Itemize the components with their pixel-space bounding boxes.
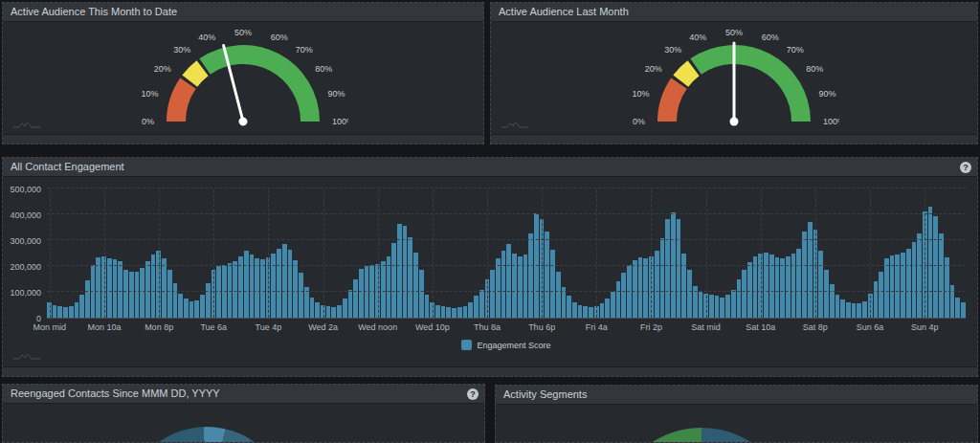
engagement-bar <box>391 243 396 318</box>
engagement-bar <box>288 250 293 318</box>
engagement-bar <box>862 301 867 318</box>
gauge-tick-label: 60% <box>271 33 288 42</box>
gauge-tick-label: 100% <box>332 117 348 126</box>
x-tick-label: Mon 8p <box>145 322 173 332</box>
h-gridline <box>47 291 966 292</box>
panel-activity-segments: Activity Segments <box>495 385 978 443</box>
engagement-bar <box>299 273 303 318</box>
v-gridline <box>651 189 652 318</box>
panel-header: Activity Segments <box>496 386 977 405</box>
engagement-bar <box>846 302 851 318</box>
v-gridline <box>268 189 269 318</box>
h-gridline <box>47 265 966 266</box>
engagement-legend[interactable]: Engagement Score <box>47 340 966 350</box>
v-gridline <box>815 189 816 318</box>
v-gridline <box>924 189 925 318</box>
engagement-bar <box>884 258 889 318</box>
engagement-plot <box>47 189 966 319</box>
engagement-bar <box>824 270 829 318</box>
engagement-bar <box>556 272 561 318</box>
gauge-tick-label: 70% <box>296 45 313 55</box>
reengaged-pie-chart <box>124 427 289 442</box>
v-gridline <box>433 189 434 318</box>
engagement-bars <box>47 189 966 318</box>
engagement-bar <box>107 258 112 318</box>
panel-header: Active Audience This Month to Date <box>3 3 483 22</box>
x-tick-label: Mon mid <box>33 322 67 332</box>
x-tick-label: Sun 4p <box>911 322 939 332</box>
engagement-bar <box>830 284 835 318</box>
engagement-bar <box>173 283 178 318</box>
panel-title: Activity Segments <box>503 388 587 400</box>
engagement-bar <box>616 281 621 318</box>
engagement-bar <box>63 307 68 318</box>
gauge-tick-label: 50% <box>234 28 252 37</box>
engagement-bar <box>463 306 468 318</box>
legend-label: Engagement Score <box>477 341 550 350</box>
engagement-bar <box>348 290 353 318</box>
y-tick-label: 400,000 <box>10 210 41 220</box>
gauge-tick-label: 40% <box>689 33 706 42</box>
engagement-bar <box>277 249 281 318</box>
panel-active-audience-mtd: Active Audience This Month to Date 0%10%… <box>2 2 484 144</box>
engagement-bar <box>343 299 347 318</box>
engagement-bar <box>167 270 172 318</box>
engagement-bar <box>605 299 610 318</box>
gauge-band <box>667 83 679 122</box>
engagement-bar <box>589 307 593 318</box>
help-icon[interactable]: ? <box>960 162 971 173</box>
gauge-tick-label: 90% <box>818 89 835 99</box>
gauge-tick-label: 50% <box>725 28 743 37</box>
engagement-bar <box>441 306 446 318</box>
engagement-bar <box>113 259 118 318</box>
x-tick-label: Sat 10a <box>746 322 775 332</box>
engagement-bar <box>353 279 358 318</box>
engagement-bar <box>474 296 479 318</box>
engagement-bar <box>912 242 917 318</box>
engagement-bar <box>331 307 336 318</box>
segments-pie-chart <box>611 428 792 442</box>
panel-title: Reengaged Contacts Since MMM DD, YYYY <box>11 388 220 399</box>
watermark-logo-icon <box>12 349 41 361</box>
engagement-bar <box>413 253 418 318</box>
engagement-x-axis: Mon midMon 10aMon 8pTue 6aTue 4pWed 2aWe… <box>47 322 966 334</box>
engagement-bar <box>457 307 462 318</box>
h-gridline <box>47 213 966 214</box>
gauge-tick-label: 80% <box>315 64 332 74</box>
v-gridline <box>378 189 379 318</box>
watermark-logo-icon <box>501 118 529 129</box>
reengaged-chart-body <box>3 404 484 442</box>
h-gridline <box>47 188 966 188</box>
engagement-bar <box>545 232 549 318</box>
engagement-bar <box>140 268 145 318</box>
engagement-bar <box>435 305 440 318</box>
engagement-bar <box>145 261 150 318</box>
gauge-mtd-body: 0%10%20%30%40%50%60%70%80%90%100% <box>3 22 483 134</box>
gauge-tick-label: 30% <box>664 45 681 55</box>
engagement-bar <box>780 258 785 318</box>
gauge-tick-label: 90% <box>327 89 345 99</box>
panel-title: Active Audience This Month to Date <box>11 6 177 17</box>
panel-active-audience-last-month: Active Audience Last Month 0%10%20%30%40… <box>490 2 978 144</box>
panel-footer <box>491 134 977 144</box>
engagement-bar <box>189 301 194 318</box>
engagement-bar <box>178 294 183 318</box>
engagement-bar <box>528 233 533 318</box>
v-gridline <box>159 189 160 318</box>
engagement-bar <box>310 298 315 318</box>
engagement-bar <box>550 250 555 318</box>
gauge-tick-label: 10% <box>633 89 650 99</box>
engagement-bar <box>96 257 100 318</box>
engagement-bar <box>315 302 320 318</box>
engagement-bar <box>699 292 703 318</box>
help-icon[interactable]: ? <box>467 388 479 400</box>
x-tick-label: Wed 10p <box>415 322 450 332</box>
engagement-bar <box>709 295 714 318</box>
segments-chart-body <box>496 405 977 442</box>
engagement-bar <box>621 273 626 318</box>
engagement-bar <box>852 303 857 318</box>
y-tick-label: 100,000 <box>10 288 41 298</box>
engagement-chart-body: 0100,000200,000300,000400,000500,000 Mon… <box>3 177 977 365</box>
dashboard: { "icons": { "help": "?" }, "chart_data"… <box>0 0 980 443</box>
engagement-bar <box>446 307 451 318</box>
